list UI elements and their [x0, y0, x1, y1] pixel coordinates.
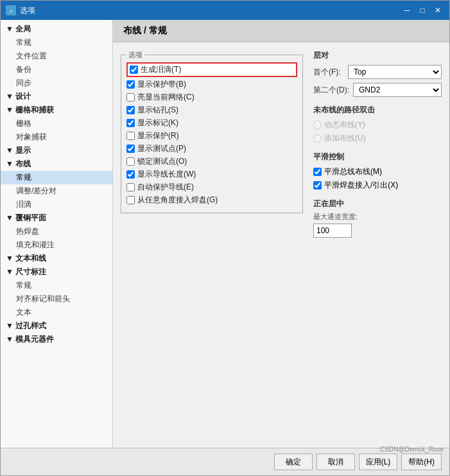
- sidebar-item-dim-text[interactable]: 文本: [1, 306, 112, 319]
- maximize-button[interactable]: □: [416, 4, 429, 16]
- minimize-button[interactable]: ─: [401, 4, 413, 16]
- cb-drill[interactable]: [126, 106, 135, 114]
- cb-protect-label: 显示保护(R): [137, 130, 179, 141]
- sidebar-item-dim-note[interactable]: ▼ 尺寸标注: [1, 265, 112, 279]
- sidebar-item-mold-component[interactable]: ▼ 模具元器件: [1, 333, 112, 346]
- title-bar: ♪ 选项 ─ □ ✕: [1, 1, 449, 20]
- first-layer-row: 首个(F): TopBottomGND1GND2: [313, 65, 442, 79]
- sidebar-item-global[interactable]: ▼ 全局: [1, 22, 112, 36]
- checkbox-row-cb-any-angle: 从任意角度接入焊盘(G): [126, 195, 297, 206]
- first-layer-select[interactable]: TopBottomGND1GND2: [348, 65, 442, 79]
- checkbox-row-cb-shield: 显示保护带(B): [126, 79, 297, 90]
- options-group: 选项 生成泪滴(T)显示保护带(B)亮显当前网络(C)显示钻孔(S)显示标记(K…: [121, 50, 303, 213]
- close-button[interactable]: ✕: [431, 4, 444, 16]
- radio-dynamic-label: 动态布线(Y): [324, 119, 365, 130]
- layer-section-title: 层对: [313, 50, 442, 61]
- radio-add-row: 添加布线(U): [313, 133, 442, 144]
- sidebar-item-dim-align[interactable]: 对齐标记和箭头: [1, 292, 112, 306]
- sidebar-item-display[interactable]: ▼ 显示: [1, 144, 112, 157]
- cb-any-angle-label: 从任意角度接入焊盘(G): [137, 195, 218, 206]
- checkbox-row-cb-ratsnest: 显示导线长度(W): [126, 169, 297, 180]
- sidebar-item-obj-capture[interactable]: 对象捕获: [1, 130, 112, 144]
- second-layer-label: 第二个(D):: [313, 85, 349, 96]
- smooth-pad-row: 平滑焊盘接入/引出(X): [313, 180, 442, 191]
- cb-ratsnest-label: 显示导线长度(W): [137, 169, 196, 180]
- smooth-bus-checkbox[interactable]: [313, 168, 322, 176]
- app-icon: ♪: [6, 5, 16, 15]
- checkbox-row-cb-testpoint: 显示测试点(P): [126, 143, 297, 154]
- sidebar-item-via-style[interactable]: ▼ 过孔样式: [1, 319, 112, 333]
- sidebar-item-teardrop[interactable]: 泪滴: [1, 198, 112, 211]
- smooth-bus-row: 平滑总线布线(M): [313, 166, 442, 177]
- sidebar-item-routing[interactable]: ▼ 布线: [1, 157, 112, 171]
- checkbox-row-cb-current-net: 亮显当前网络(C): [126, 92, 297, 103]
- cb-testpoint-label: 显示测试点(P): [137, 143, 186, 154]
- channel-width-input[interactable]: 100: [313, 224, 352, 238]
- cb-teardrop-label: 生成泪滴(T): [141, 64, 181, 75]
- sidebar-item-normal[interactable]: 常规: [1, 36, 112, 49]
- radio-dynamic[interactable]: [313, 121, 322, 129]
- cb-testpoint[interactable]: [126, 145, 135, 153]
- apply-button[interactable]: 应用(L): [359, 454, 398, 470]
- cb-shield-label: 显示保护带(B): [137, 79, 186, 90]
- active-layer-section: 正在层中 最大通道宽度: 100: [313, 198, 442, 238]
- sidebar-item-file-position[interactable]: 文件位置: [1, 49, 112, 63]
- checkbox-row-cb-protect: 显示保护(R): [126, 130, 297, 141]
- sidebar: ▼ 全局常规文件位置备份同步▼ 设计▼ 栅格和捕获栅格对象捕获▼ 显示▼ 布线常…: [1, 20, 113, 448]
- window-controls: ─ □ ✕: [401, 4, 444, 16]
- options-group-legend: 选项: [126, 50, 144, 60]
- smooth-bus-label: 平滑总线布线(M): [324, 166, 382, 177]
- right-column: 层对 首个(F): TopBottomGND1GND2 第二个(D): TopB…: [313, 50, 442, 440]
- checkbox-row-cb-auto-shield: 自动保护导线(E): [126, 182, 297, 193]
- radio-dynamic-row: 动态布线(Y): [313, 119, 442, 130]
- cb-auto-shield[interactable]: [126, 183, 135, 191]
- smooth-pad-label: 平滑焊盘接入/引出(X): [324, 180, 398, 191]
- checkbox-row-cb-teardrop: 生成泪滴(T): [126, 62, 297, 77]
- cancel-button[interactable]: 取消: [316, 454, 355, 470]
- sidebar-item-text-line[interactable]: ▼ 文本和线: [1, 252, 112, 265]
- radio-add[interactable]: [313, 134, 322, 143]
- unrouted-title: 未布线的路径双击: [313, 105, 442, 116]
- checkbox-row-cb-lock-test: 锁定测试点(O): [126, 156, 297, 167]
- sidebar-item-grid-capture[interactable]: ▼ 栅格和捕获: [1, 103, 112, 117]
- sidebar-item-routing-normal[interactable]: 常规: [1, 171, 112, 184]
- second-layer-select[interactable]: TopBottomGND1GND2: [353, 83, 442, 97]
- sidebar-item-fill-fill[interactable]: 填充和灌注: [1, 238, 112, 252]
- window-title: 选项: [20, 5, 401, 16]
- cb-teardrop[interactable]: [130, 66, 138, 74]
- smooth-title: 平滑控制: [313, 152, 442, 163]
- sidebar-item-thermal-pad[interactable]: 热焊盘: [1, 225, 112, 238]
- sidebar-item-design[interactable]: ▼ 设计: [1, 90, 112, 103]
- cb-mark-label: 显示标记(K): [137, 118, 178, 128]
- checkbox-row-cb-mark: 显示标记(K): [126, 118, 297, 128]
- checkbox-row-cb-drill: 显示钻孔(S): [126, 105, 297, 116]
- cb-lock-test-label: 锁定测试点(O): [137, 156, 187, 167]
- main-panel: 布线 / 常规 选项 生成泪滴(T)显示保护带(B)亮显当前网络(C)显示钻孔(…: [113, 20, 449, 448]
- sidebar-item-copper-plane[interactable]: ▼ 覆铜平面: [1, 211, 112, 225]
- cb-ratsnest[interactable]: [126, 170, 135, 179]
- cb-mark[interactable]: [126, 119, 135, 127]
- sidebar-item-grid[interactable]: 栅格: [1, 117, 112, 130]
- cb-shield[interactable]: [126, 80, 135, 89]
- cb-auto-shield-label: 自动保护导线(E): [137, 182, 194, 193]
- content-area: ▼ 全局常规文件位置备份同步▼ 设计▼ 栅格和捕获栅格对象捕获▼ 显示▼ 布线常…: [1, 20, 449, 448]
- sidebar-item-dim-normal[interactable]: 常规: [1, 279, 112, 292]
- sidebar-item-sync[interactable]: 同步: [1, 76, 112, 90]
- cb-current-net-label: 亮显当前网络(C): [137, 92, 195, 103]
- cb-drill-label: 显示钻孔(S): [137, 105, 178, 116]
- panel-body: 选项 生成泪滴(T)显示保护带(B)亮显当前网络(C)显示钻孔(S)显示标记(K…: [113, 42, 449, 448]
- help-button[interactable]: 帮助(H): [401, 454, 442, 470]
- cb-lock-test[interactable]: [126, 157, 135, 166]
- cb-any-angle[interactable]: [126, 196, 135, 204]
- confirm-button[interactable]: 确定: [274, 454, 313, 470]
- layer-section: 层对 首个(F): TopBottomGND1GND2 第二个(D): TopB…: [313, 50, 442, 97]
- sidebar-item-backup[interactable]: 备份: [1, 63, 112, 76]
- radio-add-label: 添加布线(U): [324, 133, 366, 144]
- cb-current-net[interactable]: [126, 93, 135, 101]
- cb-protect[interactable]: [126, 132, 135, 140]
- channel-width-label: 最大通道宽度:: [313, 212, 442, 222]
- active-layer-title: 正在层中: [313, 198, 442, 209]
- smooth-section: 平滑控制 平滑总线布线(M) 平滑焊盘接入/引出(X): [313, 152, 442, 191]
- smooth-pad-checkbox[interactable]: [313, 181, 322, 190]
- sidebar-item-diff-pair[interactable]: 调整/差分对: [1, 184, 112, 198]
